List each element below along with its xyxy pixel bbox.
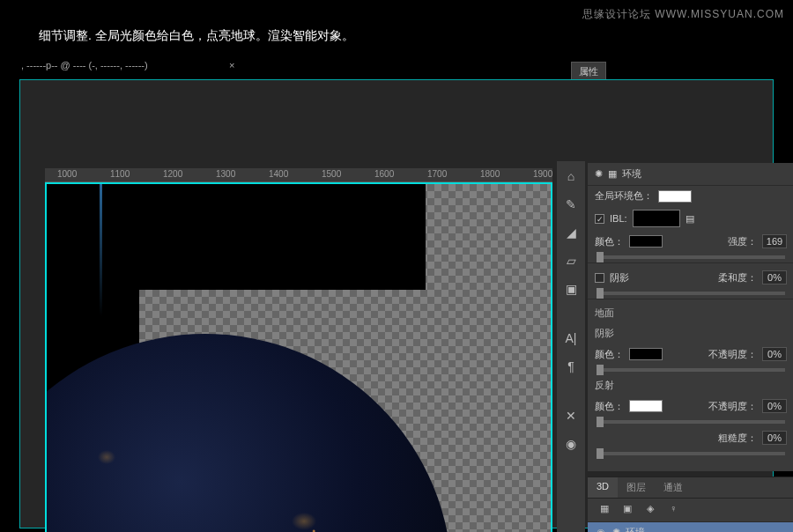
ruler-tick: 1900 (533, 169, 552, 179)
refl-opacity-slider[interactable] (597, 420, 785, 424)
cloud-tool-icon[interactable]: ◉ (561, 434, 581, 454)
divider (588, 299, 793, 299)
earth-object[interactable] (45, 334, 452, 532)
ibl-label: IBL: (610, 213, 627, 224)
home-tool-icon[interactable]: ⌂ (561, 166, 581, 186)
properties-panel: ✺ ▦ 环境 全局环境色： IBL: ▤ 颜色： 强度： 169 阴影 柔和度：… (588, 163, 793, 471)
mesh-icon: ▦ (608, 168, 617, 180)
watermark-text: 思缘设计论坛 WWW.MISSYUAN.COM (582, 7, 784, 22)
document-tab-title[interactable]: , ------p-- @ ---- (-, ------, ------) (21, 60, 148, 70)
visibility-icon[interactable]: ◉ (595, 527, 607, 532)
filter-material-icon[interactable]: ◈ (642, 503, 658, 517)
softness-value[interactable]: 0% (762, 270, 787, 284)
ground-shadow-label: 阴影 (588, 323, 793, 344)
workspace: 1000 1100 1200 1300 1400 1500 1600 1700 … (19, 79, 774, 528)
global-env-color-swatch[interactable] (658, 190, 692, 203)
eraser-tool-icon[interactable]: ▱ (561, 251, 581, 270)
shadow-checkbox[interactable] (595, 273, 604, 283)
horizontal-ruler: 1000 1100 1200 1300 1400 1500 1600 1700 … (45, 168, 552, 182)
filter-mesh-icon[interactable]: ▣ (619, 503, 635, 517)
city-lights (45, 334, 452, 532)
reflection-section-label: 反射 (588, 375, 793, 395)
ruler-tick: 1200 (163, 169, 182, 179)
text-tool-icon[interactable]: A| (561, 329, 581, 348)
refl-opacity-label: 不透明度： (708, 400, 757, 413)
refl-color-swatch[interactable] (629, 400, 663, 412)
instruction-text: 细节调整. 全局光颜色给白色，点亮地球。渲染智能对象。 (39, 28, 354, 44)
ruler-tick: 1100 (110, 169, 130, 179)
canvas[interactable] (45, 182, 552, 532)
refl-color-label: 颜色： (595, 400, 624, 413)
roughness-slider[interactable] (597, 452, 785, 455)
properties-header: ✺ ▦ 环境 (588, 163, 793, 186)
ground-opacity-label: 不透明度： (708, 348, 757, 361)
ruler-tick: 1800 (480, 169, 500, 179)
ruler-tick: 1400 (269, 169, 288, 179)
properties-header-label: 环境 (622, 167, 641, 181)
bucket-tool-icon[interactable]: ◢ (561, 223, 581, 242)
ibl-texture-swatch[interactable] (633, 210, 680, 227)
env-color-label: 颜色： (595, 235, 624, 248)
refl-opacity-value[interactable]: 0% (762, 399, 787, 413)
roughness-value[interactable]: 0% (762, 431, 787, 445)
bottom-panel: 3D 图层 通道 ▦ ▣ ◈ ♀ ◉ ✺ 环境 ◉ ▤ 场景 ■● 当前视图 (588, 477, 793, 532)
tab-3d[interactable]: 3D (588, 477, 618, 498)
environment-icon: ✺ (595, 168, 603, 180)
ground-color-swatch[interactable] (629, 348, 663, 360)
settings-tool-icon[interactable]: ✕ (561, 406, 581, 425)
ibl-edit-icon[interactable]: ▤ (686, 213, 694, 225)
ruler-tick: 1600 (374, 169, 394, 179)
ground-color-label: 颜色： (595, 348, 624, 361)
filter-all-icon[interactable]: ▦ (597, 503, 612, 517)
close-tab-icon[interactable]: × (229, 60, 234, 70)
brush-tool-icon[interactable]: ✎ (561, 195, 581, 214)
ibl-checkbox[interactable] (595, 214, 604, 224)
env-color-swatch[interactable] (629, 235, 663, 248)
intensity-value[interactable]: 169 (762, 234, 787, 248)
tab-channels[interactable]: 通道 (655, 477, 692, 498)
ground-section-label: 地面 (588, 303, 793, 323)
roughness-label: 粗糙度： (718, 432, 757, 445)
ruler-tick: 1300 (216, 169, 235, 179)
global-env-color-label: 全局环境色： (595, 189, 653, 203)
shadow-label: 阴影 (610, 271, 629, 284)
divider (588, 262, 793, 263)
tab-layers[interactable]: 图层 (618, 477, 655, 498)
paragraph-tool-icon[interactable]: ¶ (561, 357, 581, 376)
ruler-tick: 1000 (57, 169, 77, 179)
panel-filter-toolbar: ▦ ▣ ◈ ♀ (588, 499, 793, 522)
intensity-label: 强度： (728, 235, 757, 248)
light-beam (100, 184, 102, 316)
ground-opacity-value[interactable]: 0% (762, 347, 787, 361)
layer-environment[interactable]: ◉ ✺ 环境 (588, 522, 793, 532)
vertical-toolbar: ⌂ ✎ ◢ ▱ ▣ A| ¶ ✕ ◉ (557, 161, 585, 532)
environment-icon: ✺ (612, 527, 620, 532)
ground-opacity-slider[interactable] (597, 368, 785, 372)
layer-label: 环境 (626, 526, 645, 532)
ruler-tick: 1500 (322, 169, 341, 179)
stamp-tool-icon[interactable]: ▣ (561, 279, 581, 299)
ruler-tick: 1700 (427, 169, 447, 179)
filter-light-icon[interactable]: ♀ (665, 503, 681, 517)
softness-label: 柔和度： (718, 271, 757, 284)
panel-tabs: 3D 图层 通道 (588, 477, 793, 499)
softness-slider[interactable] (597, 292, 785, 295)
intensity-slider[interactable] (597, 255, 785, 259)
